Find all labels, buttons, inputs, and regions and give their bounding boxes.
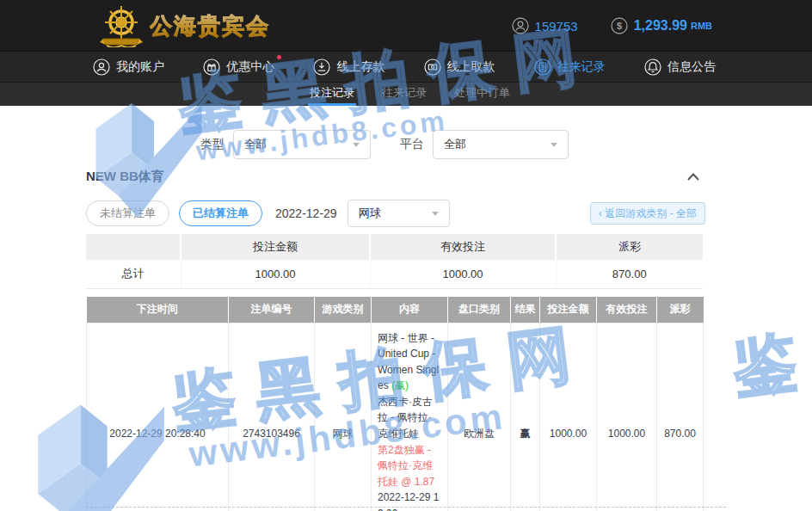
nav-label: 往来记录 [557, 59, 606, 75]
top-header-bar: 公海贵宾会 159753 $ 1,293.99 RMB [0, 0, 812, 52]
bet-market: 欧洲盘 [448, 323, 511, 511]
col-valid-bet: 有效投注 [597, 297, 657, 323]
nav-label: 线上取款 [447, 59, 495, 75]
nav-label: 信息公告 [667, 59, 716, 75]
bet-content: 网球 - 世界 - United Cup - Women Singles (赢)… [372, 323, 448, 511]
nav-item-records[interactable]: 往来记录 [534, 58, 606, 76]
tab-transaction-records[interactable]: 往来记录 [380, 83, 428, 106]
nav-item-withdraw[interactable]: 线上取款 [424, 58, 495, 76]
bet-content-selection: 第2盘独赢 - 佩特拉·克维托娃 @ 1.87 [378, 442, 441, 490]
chevron-down-icon [551, 143, 557, 147]
bet-result: 赢 [511, 323, 540, 511]
summary-payout: 870.00 [556, 260, 703, 288]
col-content: 内容 [372, 297, 448, 323]
col-market-type: 盘口类别 [448, 297, 511, 323]
nav-item-announcements[interactable]: 信息公告 [644, 58, 716, 76]
nav-label: 优惠中心 [226, 59, 274, 75]
unsettled-bets-button[interactable]: 未结算注单 [86, 200, 169, 226]
bet-time: 2022-12-29 20:28:40 [87, 323, 229, 511]
col-bet-time: 下注时间 [87, 297, 229, 323]
type-select[interactable]: 全部 [233, 130, 371, 159]
summary-header-blank [86, 234, 181, 260]
platform-select[interactable]: 全部 [433, 130, 569, 159]
sub-navigation: 投注记录 往来记录 处理中订单 [0, 83, 812, 106]
deposit-icon [313, 58, 330, 76]
records-icon [534, 58, 551, 76]
win-tag: (赢) [391, 379, 409, 391]
back-to-category-button[interactable]: ‹ 返回游戏类别 - 全部 [590, 202, 705, 225]
col-order-no: 注单编号 [229, 297, 315, 323]
bet-table-header-row: 下注时间 注单编号 游戏类别 内容 盘口类别 结果 投注金额 有效投注 派彩 [87, 297, 704, 323]
col-result: 结果 [511, 297, 540, 323]
bell-icon [644, 58, 661, 76]
dashed-divider [86, 507, 726, 508]
user-icon [512, 17, 529, 34]
ship-wheel-icon [98, 4, 145, 47]
balance-currency: RMB [691, 21, 712, 31]
withdraw-icon [424, 58, 441, 76]
chevron-down-icon [432, 212, 439, 216]
account-icon [93, 58, 110, 76]
col-game-type: 游戏类别 [315, 297, 372, 323]
section-title: NEW BB体育 [86, 169, 164, 185]
nav-item-deposit[interactable]: 线上存款 [313, 58, 384, 76]
nav-item-promotions[interactable]: 优惠中心 [203, 58, 274, 76]
platform-select-value: 全部 [444, 137, 466, 152]
summary-header-row: 投注金额 有效投注 派彩 [86, 234, 703, 260]
brand-name: 公海贵宾会 [150, 11, 270, 41]
summary-header-bet-amount: 投注金额 [181, 234, 370, 260]
filter-bar: 类型 全部 平台 全部 [200, 130, 569, 159]
collapse-button[interactable] [684, 169, 703, 184]
summary-table: 投注金额 有效投注 派彩 总计 1000.00 1000.00 870.00 [86, 234, 703, 289]
bet-content-match: 网球 - 世界 - United Cup - Women Singles (赢) [378, 330, 441, 394]
date-value[interactable]: 2022-12-29 [275, 206, 337, 220]
section-header: NEW BB体育 [86, 169, 703, 185]
summary-total-row: 总计 1000.00 1000.00 870.00 [86, 260, 703, 288]
nav-label: 我的账户 [116, 59, 164, 75]
col-payout: 派彩 [657, 297, 704, 323]
watermark-text-right-partial: 鉴黑拍保网 [729, 286, 812, 400]
bet-payout: 870.00 [657, 323, 704, 511]
tab-processing-orders[interactable]: 处理中订单 [452, 83, 512, 106]
bet-records-table: 下注时间 注单编号 游戏类别 内容 盘口类别 结果 投注金额 有效投注 派彩 2… [86, 297, 704, 511]
summary-bet-amount: 1000.00 [181, 260, 370, 288]
summary-valid-bet: 1000.00 [370, 260, 556, 288]
watermark-site-name: 鉴黑拍保网 [729, 286, 812, 400]
summary-header-payout: 派彩 [556, 234, 703, 260]
bet-valid: 1000.00 [597, 323, 657, 511]
col-bet-amount: 投注金额 [540, 297, 597, 323]
user-id: 159753 [535, 19, 578, 34]
gift-icon [203, 58, 220, 76]
brand-logo[interactable]: 公海贵宾会 [98, 5, 270, 46]
platform-filter-label: 平台 [400, 137, 424, 152]
notification-dot [277, 55, 281, 59]
platform-filter-group: 平台 全部 [400, 130, 569, 159]
nav-item-my-account[interactable]: 我的账户 [93, 58, 164, 76]
type-select-value: 全部 [244, 137, 267, 152]
tab-bet-records[interactable]: 投注记录 [308, 83, 356, 106]
main-navigation: 我的账户 优惠中心 线上存款 线上取款 往来记录 信息公告 [0, 52, 812, 83]
bet-content-time: 2022-12-29 19:00 [378, 489, 441, 511]
bet-amount: 1000.00 [540, 323, 597, 511]
type-filter-label: 类型 [200, 137, 225, 152]
nav-label: 线上存款 [336, 59, 384, 75]
bet-table-row: 2022-12-29 20:28:40 2743103496 网球 网球 - 世… [87, 323, 704, 511]
summary-total-label: 总计 [86, 260, 181, 288]
summary-header-valid-bet: 有效投注 [370, 234, 556, 260]
account-info: 159753 $ 1,293.99 RMB [512, 0, 712, 52]
settled-bets-button[interactable]: 已结算注单 [179, 200, 262, 226]
bet-game-type: 网球 [315, 323, 372, 511]
type-filter-group: 类型 全部 [200, 130, 371, 159]
bet-controls-row: 未结算注单 已结算注单 2022-12-29 网球 ‹ 返回游戏类别 - 全部 [86, 200, 705, 227]
sport-select-value: 网球 [359, 206, 381, 221]
balance-amount: 1,293.99 [634, 18, 687, 34]
svg-text:$: $ [617, 21, 622, 31]
bet-order-no: 2743103496 [229, 323, 315, 511]
sport-select[interactable]: 网球 [348, 200, 450, 227]
chevron-down-icon [353, 143, 360, 147]
chevron-up-icon [687, 173, 699, 181]
dollar-icon: $ [611, 17, 628, 34]
bet-content-players: 杰西卡·皮古拉 - 佩特拉·克维托娃 [378, 394, 441, 442]
